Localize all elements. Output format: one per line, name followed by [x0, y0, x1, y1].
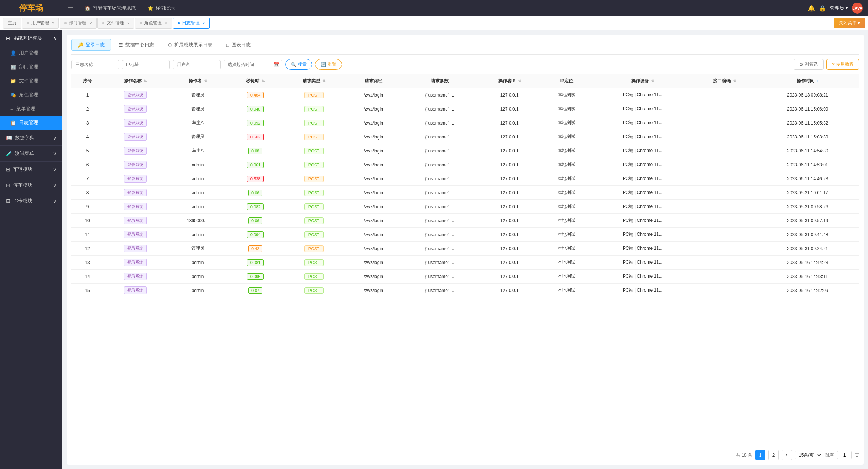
cell-reqtype: POST	[282, 214, 346, 228]
cell-optime: 2023-06-11 15:05:32	[756, 116, 859, 130]
cell-opdevice: PC端 | Chrome 11...	[593, 228, 693, 242]
avatar-text: JAVA	[852, 6, 862, 10]
cell-iploc: 本地测试	[541, 200, 593, 214]
col-opdevice[interactable]: 操作设备 ⇅	[593, 74, 693, 88]
cell-opip: 127.0.0.1	[478, 270, 541, 284]
page-btn-next[interactable]: ›	[782, 450, 792, 460]
col-reqtype[interactable]: 请求类型 ⇅	[282, 74, 346, 88]
sub-tab-extend-log[interactable]: ⬡ 扩展模块展示日志	[162, 39, 219, 51]
col-opip[interactable]: 操作者IP ⇅	[478, 74, 541, 88]
cell-iploc: 本地测试	[541, 88, 593, 102]
content-area: 🔑 登录日志 ☰ 数据中心日志 ⬡ 扩展模块展示日志 □ 图表日志	[62, 30, 868, 469]
column-filter-button[interactable]: ⚙ 列筛选	[794, 59, 824, 70]
col-ifcode[interactable]: 接口编码 ⇅	[693, 74, 756, 88]
nav-tab-home[interactable]: 🏠 智能停车场管理系统	[79, 0, 142, 16]
sub-tab-chart-log[interactable]: □ 图表日志	[220, 39, 257, 51]
cell-opip: 127.0.0.1	[478, 102, 541, 116]
datacenter-log-icon: ☰	[119, 42, 123, 48]
nav-tab-demo[interactable]: ⭐ 样例演示	[142, 0, 181, 16]
sidebar-section-dict-header[interactable]: 📖 数据字典 ∨	[0, 130, 62, 145]
ip-input[interactable]	[122, 60, 170, 69]
page-jump-input[interactable]	[837, 451, 852, 459]
search-button[interactable]: 🔍 搜索	[285, 59, 312, 70]
admin-name[interactable]: 管理员 ▾	[830, 5, 848, 11]
page-btn-2[interactable]: 2	[768, 450, 779, 460]
cell-iploc: 本地测试	[541, 144, 593, 158]
cell-ms: 0.048	[229, 102, 282, 116]
cell-reqtype: POST	[282, 172, 346, 186]
cell-iploc: 本地测试	[541, 270, 593, 284]
cell-optime: 2023-06-11 15:03:39	[756, 130, 859, 144]
sidebar-section-system-header[interactable]: ⊞ 系统基础模块 ∧	[0, 30, 62, 46]
sub-tab-login-log[interactable]: 🔑 登录日志	[71, 39, 111, 51]
cell-opname: 登录系统	[104, 228, 167, 242]
tab-role-close[interactable]: ×	[165, 21, 167, 25]
col-reqpath: 请求路径	[346, 74, 401, 88]
search-icon: 🔍	[291, 62, 296, 67]
cell-reqtype: POST	[282, 242, 346, 256]
cell-opip: 127.0.0.1	[478, 130, 541, 144]
sidebar-item-file-mgmt[interactable]: 📁 文件管理	[0, 74, 62, 88]
cell-seq: 15	[71, 284, 104, 297]
sidebar-section-vehicle-header[interactable]: ⊞ 车辆模块 ∨	[0, 162, 62, 177]
sidebar-item-role-mgmt[interactable]: 🎭 角色管理	[0, 88, 62, 102]
menu-icon: ≡	[10, 106, 13, 112]
cell-ifcode	[693, 186, 756, 200]
tab-user-close[interactable]: ×	[52, 21, 54, 25]
ic-section-label: IC卡模块	[13, 198, 32, 204]
tab-role[interactable]: 角色管理 ×	[135, 18, 172, 29]
cell-ifcode	[693, 242, 756, 256]
page-size-select[interactable]: 15条/页 20条/页 30条/页	[795, 451, 822, 459]
col-ms[interactable]: 秒耗时 ⇅	[229, 74, 282, 88]
col-optime[interactable]: 操作时间 ↓	[756, 74, 859, 88]
sidebar-item-menu-mgmt[interactable]: ≡ 菜单管理	[0, 102, 62, 116]
tab-dept-close[interactable]: ×	[89, 21, 92, 25]
cell-reqpath: /zwz/login	[346, 214, 401, 228]
content-panel: 🔑 登录日志 ☰ 数据中心日志 ⬡ 扩展模块展示日志 □ 图表日志	[67, 35, 864, 465]
table-row: 5 登录系统 车主A 0.08 POST /zwz/login {"userna…	[71, 144, 859, 158]
system-section-items: 👤 用户管理 🏢 部门管理 📁 文件管理 🎭 角色管理 ≡ 菜单管理	[0, 46, 62, 130]
tutorial-button[interactable]: ? 使用教程	[826, 59, 859, 70]
tab-home[interactable]: 主页	[3, 18, 21, 29]
tab-file-close[interactable]: ×	[127, 21, 129, 25]
tab-user[interactable]: 用户管理 ×	[22, 18, 59, 29]
sidebar-section-parking-header[interactable]: ⊞ 停车模块 ∨	[0, 177, 62, 193]
sidebar-item-dept-mgmt[interactable]: 🏢 部门管理	[0, 60, 62, 74]
tab-file[interactable]: 文件管理 ×	[97, 18, 134, 29]
search-button-label: 搜索	[298, 61, 307, 68]
page-btn-1[interactable]: 1	[755, 450, 765, 460]
username-input[interactable]	[173, 60, 221, 69]
cell-opip: 127.0.0.1	[478, 116, 541, 130]
tab-log-close[interactable]: ×	[203, 21, 205, 25]
col-operator[interactable]: 操作者 ⇅	[167, 74, 228, 88]
tab-dept[interactable]: 部门管理 ×	[60, 18, 96, 29]
dict-section-label: 数据字典	[15, 134, 34, 141]
vehicle-section-chevron: ∨	[53, 167, 57, 172]
col-opname[interactable]: 操作名称 ⇅	[104, 74, 167, 88]
cell-iploc: 本地测试	[541, 284, 593, 297]
close-menu-button[interactable]: 关闭菜单 ▾	[834, 18, 865, 28]
sidebar-section-ic-header[interactable]: ⊞ IC卡模块 ∨	[0, 193, 62, 209]
reset-button-label: 重置	[328, 61, 336, 68]
bell-icon[interactable]: 🔔	[808, 5, 815, 12]
cell-reqpath: /zwz/login	[346, 284, 401, 297]
cell-iploc: 本地测试	[541, 102, 593, 116]
cell-reqtype: POST	[282, 130, 346, 144]
cell-optime: 2023-05-16 14:42:09	[756, 284, 859, 297]
cell-reqparams: {"username"....	[401, 256, 478, 270]
ic-section-icon: ⊞	[6, 198, 10, 204]
cell-reqparams: {"username"....	[401, 144, 478, 158]
cell-reqparams: {"username"....	[401, 102, 478, 116]
cell-reqpath: /zwz/login	[346, 200, 401, 214]
sidebar-item-log-mgmt[interactable]: 📋 日志管理	[0, 116, 62, 130]
tab-log[interactable]: 日志管理 ×	[173, 18, 210, 29]
cell-ms: 0.538	[229, 172, 282, 186]
sidebar-section-test-header[interactable]: 🧪 测试菜单 ∨	[0, 146, 62, 161]
cell-opip: 127.0.0.1	[478, 144, 541, 158]
log-name-input[interactable]	[71, 60, 119, 69]
reset-button[interactable]: 🔄 重置	[315, 59, 342, 70]
sub-tab-datacenter-log[interactable]: ☰ 数据中心日志	[112, 39, 160, 51]
sidebar-item-user-mgmt[interactable]: 👤 用户管理	[0, 46, 62, 60]
menu-toggle-icon[interactable]: ☰	[62, 4, 79, 12]
logo-area: 停车场	[0, 0, 62, 16]
